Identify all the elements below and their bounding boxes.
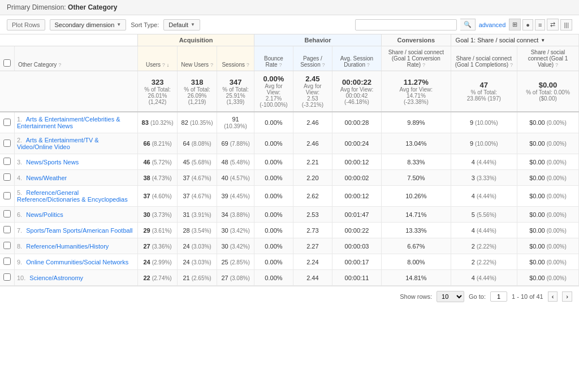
advanced-link[interactable]: advanced	[479, 21, 506, 28]
category-link[interactable]: News/Sports News	[26, 159, 79, 165]
show-rows-select[interactable]: 10 25 50 100	[437, 291, 464, 302]
search-button[interactable]: 🔍	[460, 19, 476, 31]
summary-sessions-main: 347	[221, 78, 250, 86]
users-value: 27	[143, 243, 150, 250]
view-bar-button[interactable]: |||	[560, 19, 572, 31]
summary-conv-rate-sub: Avg for View: 14.71% (-23.38%)	[385, 86, 447, 105]
completions-pct: (5.56%)	[477, 212, 496, 218]
category-help-icon[interactable]: ?	[58, 62, 61, 68]
category-link[interactable]: Science/Astronomy	[29, 275, 83, 281]
new-users-pct: (4.67%)	[192, 175, 211, 181]
table-row: 5. Reference/General Reference/Dictionar…	[0, 186, 579, 207]
sessions-help-icon[interactable]: ?	[247, 62, 249, 68]
category-link[interactable]: News/Weather	[26, 175, 67, 181]
row-new-users: 64 (8.08%)	[178, 133, 217, 154]
go-to-input[interactable]	[490, 291, 507, 302]
row-completions: 5 (5.56%)	[451, 207, 517, 223]
category-link[interactable]: Arts & Entertainment/TV & Video/Online V…	[17, 137, 99, 150]
row-checkbox[interactable]	[3, 140, 11, 147]
value-pct: (0.00%)	[547, 159, 567, 165]
sessions-pct: (3.42%)	[230, 228, 250, 234]
plot-rows-button[interactable]: Plot Rows	[7, 19, 45, 31]
users-value: 66	[143, 140, 150, 147]
row-pages-session: 2.46	[293, 112, 332, 133]
row-checkbox[interactable]	[3, 226, 11, 233]
row-avg-session: 00:00:17	[332, 254, 381, 270]
row-value: $0.00 (0.00%)	[517, 133, 578, 154]
category-link[interactable]: Reference/General Reference/Dictionaries…	[17, 189, 128, 203]
pages-session-help-icon[interactable]: ?	[322, 62, 325, 68]
row-pages-session: 2.27	[293, 238, 332, 254]
completions-pct: (10.00%)	[475, 141, 498, 147]
row-checkbox[interactable]	[3, 242, 11, 249]
row-checkbox[interactable]	[3, 158, 11, 165]
next-page-button[interactable]: ›	[562, 291, 572, 302]
new-users-help-icon[interactable]: ?	[210, 62, 213, 68]
row-checkbox[interactable]	[3, 273, 11, 281]
view-grid-button[interactable]: ⊞	[509, 19, 521, 31]
select-all-checkbox[interactable]	[3, 59, 11, 67]
sort-default-dropdown[interactable]: Default	[163, 19, 200, 31]
summary-row: 323 % of Total: 26.01% (1,242) 318 % of …	[0, 71, 579, 112]
value-help-icon[interactable]: ?	[555, 62, 558, 68]
row-number: 10.	[17, 275, 25, 281]
category-link[interactable]: Sports/Team Sports/American Football	[26, 227, 132, 234]
row-pages-session: 2.21	[293, 154, 332, 170]
row-bounce-rate: 0.00%	[254, 270, 293, 286]
row-number: 8.	[17, 243, 22, 250]
row-avg-session: 00:00:12	[332, 186, 381, 207]
view-pie-button[interactable]: ●	[522, 19, 533, 31]
column-headers-row: Other Category ? Users ? ↓ New Users ? S…	[0, 46, 579, 71]
value-pct: (0.00%)	[547, 228, 567, 234]
row-value: $0.00 (0.00%)	[517, 207, 578, 223]
new-users-pct: (3.91%)	[192, 212, 211, 218]
avg-session-help-icon[interactable]: ?	[367, 62, 370, 68]
row-users: 38 (4.73%)	[138, 170, 178, 186]
row-bounce-rate: 0.00%	[254, 112, 293, 133]
search-input[interactable]	[355, 19, 457, 31]
users-value: 46	[143, 159, 150, 165]
row-pages-session: 2.53	[293, 207, 332, 223]
bounce-rate-help-icon[interactable]: ?	[279, 62, 282, 68]
conv-rate-help-icon[interactable]: ?	[422, 62, 425, 68]
value-pct: (0.00%)	[547, 212, 567, 218]
row-number: 2.	[17, 137, 22, 143]
row-checkbox[interactable]	[3, 210, 11, 217]
value-pct: (0.00%)	[547, 175, 567, 181]
users-value: 24	[143, 259, 150, 265]
users-pct: (3.73%)	[152, 212, 172, 218]
users-pct: (10.32%)	[150, 120, 174, 126]
completions-help-icon[interactable]: ?	[510, 62, 513, 68]
goal-header: Goal 1: Share / social connect	[451, 34, 578, 46]
summary-completions-main: 47	[455, 81, 513, 89]
row-conv-rate: 6.67%	[382, 238, 451, 254]
new-users-label: New Users	[181, 62, 209, 68]
category-link[interactable]: Reference/Humanities/History	[26, 243, 109, 250]
table-row: 7. Sports/Team Sports/American Football …	[0, 223, 579, 238]
category-link[interactable]: Online Communities/Social Networks	[26, 259, 128, 265]
category-link[interactable]: News/Politics	[26, 211, 63, 218]
row-users: 27 (3.36%)	[138, 238, 178, 254]
row-new-users: 24 (3.03%)	[178, 254, 217, 270]
row-checkbox-cell	[0, 186, 15, 207]
toolbar-right: 🔍 advanced ⊞ ● ≡ ⇄ |||	[355, 19, 572, 31]
goal-dropdown[interactable]: Goal 1: Share / social connect	[456, 37, 546, 43]
row-avg-session: 00:00:12	[332, 154, 381, 170]
conv-rate-label: Share / social connect (Goal 1 Conversio…	[388, 49, 444, 68]
row-new-users: 31 (3.91%)	[178, 207, 217, 223]
secondary-dimension-dropdown[interactable]: Secondary dimension	[50, 19, 127, 31]
row-checkbox[interactable]	[3, 173, 11, 181]
users-help-icon[interactable]: ?	[162, 62, 165, 68]
prev-page-button[interactable]: ‹	[548, 291, 558, 302]
row-checkbox-cell	[0, 238, 15, 254]
view-list-button[interactable]: ≡	[535, 19, 545, 31]
row-bounce-rate: 0.00%	[254, 186, 293, 207]
row-checkbox[interactable]	[3, 258, 11, 265]
category-link[interactable]: Arts & Entertainment/Celebrities & Enter…	[17, 116, 120, 129]
row-checkbox[interactable]	[3, 119, 11, 126]
view-compare-button[interactable]: ⇄	[547, 19, 559, 31]
users-sort-icon[interactable]: ↓	[167, 62, 170, 68]
row-checkbox[interactable]	[3, 192, 11, 199]
row-users: 83 (10.32%)	[138, 112, 178, 133]
row-sessions: 30 (3.42%)	[217, 223, 254, 238]
